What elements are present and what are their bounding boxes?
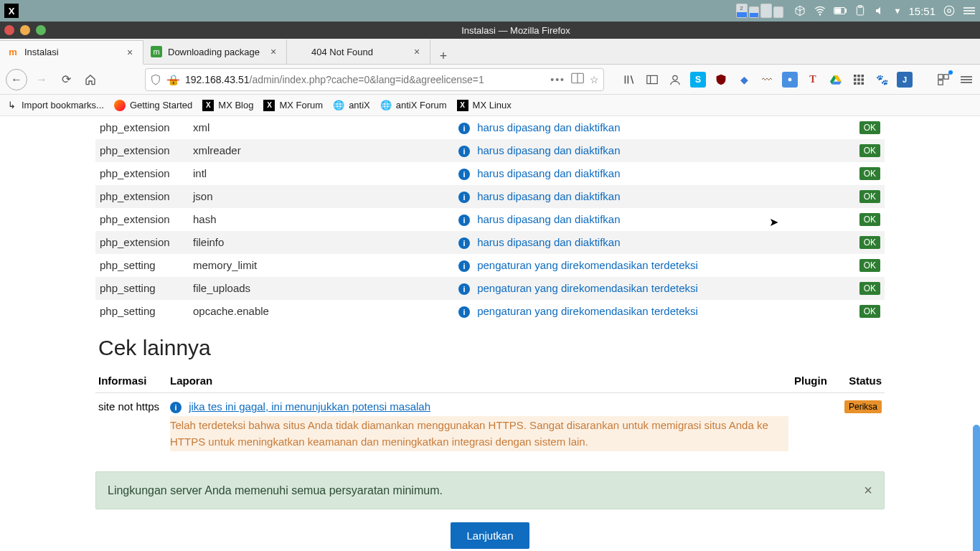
ext-paw-icon[interactable]: 🐾 bbox=[874, 72, 890, 88]
mx-logo-icon[interactable]: X bbox=[4, 4, 19, 18]
check-report-link[interactable]: jika tes ini gagal, ini menunjukkan pote… bbox=[189, 400, 430, 413]
status-badge-ok: OK bbox=[859, 190, 880, 203]
check-message-link[interactable]: pengaturan yang direkomendasikan terdete… bbox=[477, 305, 698, 317]
scrollbar[interactable] bbox=[973, 425, 980, 551]
check-type: php_extension bbox=[95, 116, 189, 139]
info-icon[interactable]: i bbox=[458, 192, 470, 203]
bookmark-getting-started[interactable]: Getting Started bbox=[114, 100, 192, 111]
check-type: php_extension bbox=[95, 231, 189, 254]
home-button[interactable] bbox=[80, 70, 100, 90]
check-message-link[interactable]: harus dipasang dan diaktifkan bbox=[477, 213, 620, 225]
moodle-favicon-icon: m bbox=[7, 47, 19, 58]
bookmark-antix-forum[interactable]: 🌐 antiX Forum bbox=[380, 100, 447, 111]
back-button[interactable]: ← bbox=[6, 69, 27, 90]
info-icon[interactable]: i bbox=[458, 146, 470, 157]
ext-icon-1[interactable]: ◆ bbox=[736, 72, 752, 88]
info-icon[interactable]: i bbox=[458, 283, 470, 295]
url-text: 192.168.43.51/admin/index.php?cache=0&la… bbox=[185, 74, 484, 85]
bookmark-mx-linux[interactable]: X MX Linux bbox=[457, 100, 512, 111]
svg-line-15 bbox=[631, 75, 633, 83]
window-maximize-button[interactable] bbox=[36, 25, 46, 35]
clipboard-icon[interactable] bbox=[854, 4, 867, 17]
chevron-down-icon[interactable]: ▼ bbox=[894, 6, 902, 15]
account-icon[interactable] bbox=[667, 72, 683, 88]
menu-icon[interactable] bbox=[963, 4, 976, 17]
cube-icon[interactable] bbox=[793, 4, 806, 17]
info-icon[interactable]: i bbox=[458, 215, 470, 226]
check-message-link[interactable]: harus dipasang dan diaktifkan bbox=[477, 167, 620, 179]
gdrive-icon[interactable] bbox=[828, 72, 844, 88]
info-icon[interactable]: i bbox=[458, 169, 470, 180]
bookmark-star-icon[interactable]: ☆ bbox=[590, 74, 599, 85]
window-title: Instalasi — Mozilla Firefox bbox=[52, 25, 980, 36]
app-menu-icon[interactable] bbox=[958, 72, 974, 88]
tab-downloading[interactable]: m Downloading package × bbox=[143, 39, 287, 64]
tab-close-button[interactable]: × bbox=[411, 46, 423, 57]
check-message-link[interactable]: harus dipasang dan diaktifkan bbox=[477, 121, 620, 133]
tracking-shield-icon[interactable] bbox=[150, 74, 161, 85]
check-message-link[interactable]: pengaturan yang direkomendasikan terdete… bbox=[477, 259, 698, 271]
col-header-plugin: Plugin bbox=[791, 369, 834, 393]
info-icon[interactable]: i bbox=[458, 123, 470, 134]
settings-gear-icon[interactable] bbox=[943, 4, 956, 17]
check-row: php_settingopcache.enablei pengaturan ya… bbox=[95, 300, 885, 323]
bookmark-import[interactable]: ↳ Import bookmarks... bbox=[6, 100, 104, 111]
check-message-link[interactable]: harus dipasang dan diaktifkan bbox=[477, 236, 620, 248]
forward-button[interactable]: → bbox=[32, 70, 52, 90]
bookmark-mx-forum[interactable]: X MX Forum bbox=[263, 100, 323, 111]
extensions-overflow-icon[interactable] bbox=[936, 72, 951, 88]
tab-404[interactable]: 404 Not Found × bbox=[287, 39, 430, 64]
svg-rect-31 bbox=[862, 82, 864, 85]
insecure-lock-icon[interactable]: 🔒 bbox=[167, 74, 179, 85]
bookmark-antix[interactable]: 🌐 antiX bbox=[333, 100, 370, 111]
check-row: php_extensionxmlreaderi harus dipasang d… bbox=[95, 139, 885, 162]
bookmark-mx-blog[interactable]: X MX Blog bbox=[202, 100, 253, 111]
mx-favicon-icon: X bbox=[457, 100, 468, 111]
wifi-icon[interactable] bbox=[814, 4, 826, 17]
check-warning-text: Telah terdeteksi bahwa situs Anda tidak … bbox=[170, 416, 788, 451]
skype-icon[interactable]: S bbox=[690, 72, 706, 88]
reader-mode-icon[interactable] bbox=[571, 72, 584, 86]
continue-button[interactable]: Lanjutkan bbox=[451, 522, 529, 549]
alert-close-button[interactable]: × bbox=[864, 482, 872, 499]
check-row: php_extensionintli harus dipasang dan di… bbox=[95, 162, 885, 185]
mx-favicon-icon: X bbox=[263, 100, 275, 111]
window-minimize-button[interactable] bbox=[20, 25, 30, 35]
library-icon[interactable] bbox=[621, 72, 637, 88]
info-icon[interactable]: i bbox=[458, 306, 470, 318]
svg-rect-27 bbox=[857, 78, 860, 81]
volume-icon[interactable] bbox=[874, 4, 887, 17]
reload-button[interactable]: ⟳ bbox=[56, 70, 76, 90]
status-badge-ok: OK bbox=[859, 259, 880, 272]
clock[interactable]: 15:51 bbox=[908, 5, 936, 17]
window-close-button[interactable] bbox=[4, 25, 14, 35]
info-icon[interactable]: i bbox=[458, 260, 470, 272]
info-icon[interactable]: i bbox=[458, 237, 470, 249]
battery-icon[interactable] bbox=[834, 4, 847, 17]
col-header-info: Informasi bbox=[95, 369, 167, 393]
ext-icon-3[interactable] bbox=[782, 72, 798, 88]
nav-toolbar: ← → ⟳ 🔒 192.168.43.51/admin/index.php?ca… bbox=[0, 65, 980, 95]
tab-close-button[interactable]: × bbox=[268, 46, 279, 57]
ext-icon-j[interactable]: J bbox=[897, 72, 913, 88]
globe-icon: 🌐 bbox=[333, 100, 344, 111]
ublock-icon[interactable] bbox=[713, 72, 729, 88]
info-icon[interactable]: i bbox=[170, 402, 182, 413]
tab-instalasi[interactable]: m Instalasi × bbox=[0, 40, 143, 65]
ext-icon-2[interactable]: 〰 bbox=[759, 72, 775, 88]
apps-icon[interactable] bbox=[851, 72, 867, 88]
url-bar[interactable]: 🔒 192.168.43.51/admin/index.php?cache=0&… bbox=[145, 68, 604, 91]
check-message-link[interactable]: pengaturan yang direkomendasikan terdete… bbox=[477, 282, 698, 294]
svg-point-6 bbox=[948, 9, 951, 13]
check-message-link[interactable]: harus dipasang dan diaktifkan bbox=[477, 144, 620, 156]
tab-label: Downloading package bbox=[168, 47, 260, 57]
new-tab-button[interactable]: + bbox=[430, 49, 456, 64]
tab-close-button[interactable]: × bbox=[124, 47, 136, 58]
ext-icon-t[interactable]: T bbox=[805, 72, 821, 88]
other-checks-table: Informasi Laporan Plugin Status site not… bbox=[95, 369, 885, 458]
sidebar-icon[interactable] bbox=[644, 72, 660, 88]
moodle-green-favicon-icon: m bbox=[151, 46, 162, 57]
status-badge-ok: OK bbox=[859, 282, 880, 295]
check-message-link[interactable]: harus dipasang dan diaktifkan bbox=[477, 190, 620, 202]
page-actions-icon[interactable]: ••• bbox=[550, 74, 565, 85]
